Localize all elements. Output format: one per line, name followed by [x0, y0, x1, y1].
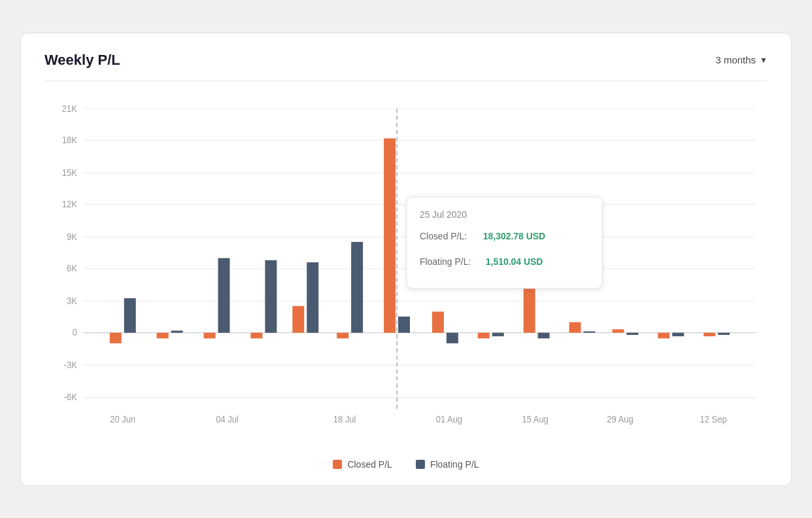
bar-floating [218, 258, 230, 332]
svg-text:04 Jul: 04 Jul [216, 414, 239, 424]
svg-text:25 Jul 2020: 25 Jul 2020 [420, 209, 467, 220]
weekly-pl-card: Weekly P/L 3 months ▼ 21K 18K 15K [20, 33, 792, 486]
legend-floating-pl-color [416, 460, 425, 469]
bar-closed [703, 332, 715, 336]
bar-closed [569, 322, 581, 332]
legend-closed-pl: Closed P/L [333, 459, 392, 470]
bar-floating [492, 332, 504, 336]
svg-text:1,510.04 USD: 1,510.04 USD [486, 256, 543, 267]
bar-floating [672, 332, 684, 336]
bar-floating [124, 298, 136, 333]
bar-closed [157, 332, 169, 338]
bar-floating [626, 332, 638, 334]
svg-text:Floating P/L:: Floating P/L: [420, 256, 471, 267]
bar-floating [718, 332, 730, 334]
svg-text:18,302.78 USD: 18,302.78 USD [483, 230, 545, 241]
svg-text:12K: 12K [62, 199, 77, 209]
svg-text:01 Aug: 01 Aug [436, 414, 462, 424]
bar-floating [265, 260, 277, 332]
header-divider [44, 80, 768, 81]
svg-text:21K: 21K [62, 103, 77, 114]
bar-floating [351, 241, 363, 332]
bar-closed [110, 332, 122, 343]
svg-text:-6K: -6K [64, 392, 77, 402]
bar-closed-highlighted [384, 138, 396, 332]
bar-closed [337, 332, 348, 338]
time-filter-label: 3 months [715, 54, 756, 65]
svg-text:0: 0 [73, 327, 77, 337]
svg-text:-3K: -3K [64, 360, 77, 370]
legend-floating-pl-label: Floating P/L [430, 459, 479, 470]
bar-floating [171, 330, 183, 332]
chevron-down-icon: ▼ [760, 56, 768, 65]
svg-text:15 Aug: 15 Aug [522, 414, 548, 424]
bar-chart: 21K 18K 15K 12K 9K 6K 3K 0 -3K -6K [44, 88, 768, 454]
bar-closed [478, 332, 490, 338]
bar-floating [584, 331, 596, 332]
bar-closed [658, 332, 669, 338]
card-header: Weekly P/L 3 months ▼ [44, 52, 768, 69]
bar-floating [538, 332, 550, 338]
bar-floating-highlighted [398, 317, 410, 333]
svg-text:18K: 18K [62, 135, 77, 145]
card-title: Weekly P/L [44, 52, 120, 69]
svg-text:15K: 15K [62, 167, 77, 178]
svg-text:12 Sep: 12 Sep [700, 414, 727, 424]
svg-text:9K: 9K [67, 232, 77, 242]
svg-text:29 Aug: 29 Aug [607, 414, 633, 424]
svg-text:3K: 3K [67, 296, 77, 306]
legend-floating-pl: Floating P/L [416, 459, 479, 470]
svg-text:18 Jul: 18 Jul [333, 414, 356, 424]
legend-closed-pl-label: Closed P/L [347, 459, 392, 470]
bar-closed [612, 329, 624, 332]
bar-closed [292, 305, 304, 332]
legend-closed-pl-color [333, 460, 342, 469]
svg-text:Closed P/L:: Closed P/L: [420, 230, 467, 241]
bar-closed [432, 311, 444, 332]
bar-floating [447, 332, 458, 343]
time-filter-button[interactable]: 3 months ▼ [715, 54, 768, 65]
bar-floating [307, 262, 318, 333]
chart-legend: Closed P/L Floating P/L [44, 459, 768, 470]
svg-text:6K: 6K [67, 263, 77, 273]
chart-area: 21K 18K 15K 12K 9K 6K 3K 0 -3K -6K [44, 88, 768, 454]
bar-closed [250, 332, 262, 338]
bar-closed [204, 332, 216, 338]
svg-text:20 Jun: 20 Jun [110, 414, 135, 424]
